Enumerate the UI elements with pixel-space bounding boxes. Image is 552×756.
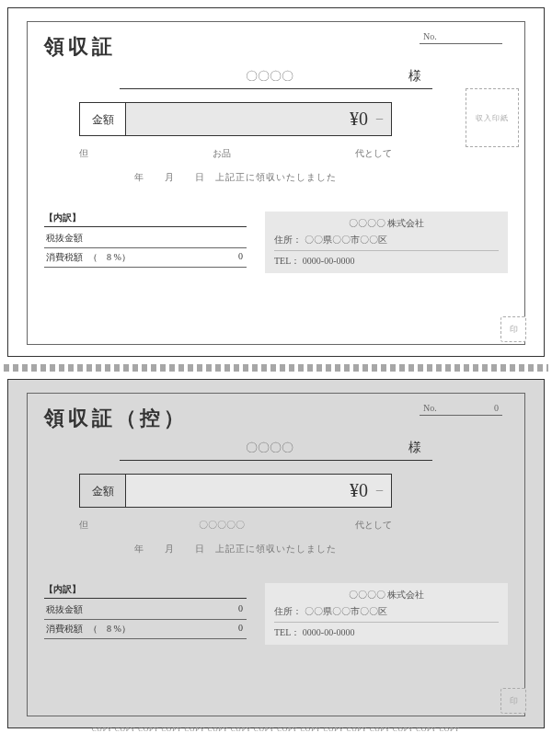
- issuer-box-copy: 〇〇〇〇 株式会社 住所： 〇〇県〇〇市〇〇区 TEL： 0000-00-000…: [265, 583, 508, 645]
- copy-watermark: COPY COPY COPY COPY COPY COPY COPY COPY …: [8, 726, 544, 733]
- issuer-addr-label: 住所：: [274, 235, 302, 245]
- row2-rate: （ 8 %）: [88, 251, 131, 264]
- issuer-tel-label: TEL：: [274, 627, 300, 637]
- row1-label: 税抜金額: [46, 232, 83, 245]
- breakdown-table-copy: 【内訳】 税抜金額 0 消費税額 （ 8 %） 0: [44, 583, 247, 645]
- date-line-copy: 年 月 日 上記正に領収いたしました: [79, 543, 392, 556]
- notes-row: 但 お品 代として: [79, 147, 392, 160]
- bottom-row-copy: 【内訳】 税抜金額 0 消費税額 （ 8 %） 0 〇〇〇〇 株式会社 住所：: [44, 583, 508, 645]
- note-but: 但: [79, 147, 88, 160]
- receipt-inner: No. 領収証 〇〇〇〇 様 金額 ¥0 − 収入印紙 但 お品 代として 年 …: [27, 21, 525, 345]
- issuer-tel-label: TEL：: [274, 256, 300, 266]
- issuer-tel: 0000-00-0000: [303, 627, 355, 637]
- payer-placeholder: 〇〇〇〇: [246, 440, 293, 456]
- amount-row-copy: 金額 ¥0 −: [79, 474, 392, 508]
- breakdown-title: 【内訳】: [44, 583, 247, 599]
- amount-value: ¥0: [350, 480, 368, 501]
- payer-row-copy: 〇〇〇〇 様: [120, 440, 432, 461]
- issuer-addr: 〇〇県〇〇市〇〇区: [305, 235, 387, 245]
- amount-suffix: −: [375, 483, 384, 499]
- note-as: 代として: [355, 519, 392, 532]
- breakdown-title: 【内訳】: [44, 212, 247, 227]
- revenue-stamp-box: 収入印紙: [466, 88, 519, 147]
- bottom-row: 【内訳】 税抜金額 消費税額 （ 8 %） 0 〇〇〇〇 株式会社 住所：: [44, 212, 508, 273]
- issuer-addr: 〇〇県〇〇市〇〇区: [305, 606, 387, 616]
- payer-row: 〇〇〇〇 様: [120, 68, 432, 89]
- row1-label: 税抜金額: [46, 603, 83, 616]
- payer-placeholder: 〇〇〇〇: [246, 68, 293, 85]
- date-line: 年 月 日 上記正に領収いたしました: [79, 171, 392, 184]
- seal-label: 印: [510, 324, 518, 336]
- receipt-inner-copy: No. 0 領収証（控） 〇〇〇〇 様 金額 ¥0 − 但 〇〇〇〇〇 代として…: [27, 393, 525, 716]
- row2-value: 0: [238, 251, 243, 264]
- seal-label: 印: [510, 695, 518, 707]
- no-label: No.: [423, 403, 437, 413]
- breakdown-row-2: 消費税額 （ 8 %） 0: [44, 248, 247, 268]
- amount-suffix: −: [375, 111, 384, 128]
- seal-box-copy: 印: [500, 688, 526, 714]
- row2-value: 0: [238, 623, 243, 636]
- note-as: 代として: [355, 147, 392, 160]
- sama-label: 様: [408, 440, 421, 456]
- sama-label: 様: [408, 68, 421, 85]
- amount-row: 金額 ¥0 −: [79, 102, 392, 136]
- note-item: 〇〇〇〇〇: [199, 519, 245, 532]
- breakdown-row-1: 税抜金額 0: [44, 601, 247, 620]
- seal-box: 印: [500, 316, 526, 342]
- note-item: お品: [213, 147, 231, 160]
- row2-rate: （ 8 %）: [88, 623, 131, 636]
- row2-label: 消費税額: [46, 623, 83, 636]
- breakdown-row-1: 税抜金額: [44, 229, 247, 248]
- amount-box: ¥0 −: [125, 102, 392, 136]
- issuer-box: 〇〇〇〇 株式会社 住所： 〇〇県〇〇市〇〇区 TEL： 0000-00-000…: [265, 212, 508, 273]
- notes-row-copy: 但 〇〇〇〇〇 代として: [79, 519, 392, 532]
- receipt-original: No. 領収証 〇〇〇〇 様 金額 ¥0 − 収入印紙 但 お品 代として 年 …: [7, 7, 545, 357]
- stamp-label: 収入印紙: [476, 113, 509, 123]
- amount-label: 金額: [79, 474, 125, 508]
- issuer-name: 〇〇〇〇 株式会社: [274, 217, 499, 230]
- receipt-number: No.: [420, 31, 502, 44]
- note-but: 但: [79, 519, 88, 532]
- issuer-tel: 0000-00-0000: [303, 256, 355, 266]
- no-value: 0: [494, 403, 499, 413]
- issuer-addr-label: 住所：: [274, 606, 302, 616]
- receipt-number-copy: No. 0: [420, 403, 502, 416]
- amount-value: ¥0: [350, 109, 368, 130]
- receipt-copy: No. 0 領収証（控） 〇〇〇〇 様 金額 ¥0 − 但 〇〇〇〇〇 代として…: [7, 379, 545, 728]
- row1-value: 0: [238, 603, 243, 616]
- breakdown-table: 【内訳】 税抜金額 消費税額 （ 8 %） 0: [44, 212, 247, 273]
- issuer-name: 〇〇〇〇 株式会社: [274, 589, 499, 601]
- amount-label: 金額: [79, 102, 125, 136]
- row2-label: 消費税額: [46, 251, 83, 264]
- breakdown-row-2: 消費税額 （ 8 %） 0: [44, 620, 247, 639]
- cut-line: [4, 364, 548, 372]
- no-label: No.: [423, 31, 437, 41]
- amount-box: ¥0 −: [125, 474, 392, 508]
